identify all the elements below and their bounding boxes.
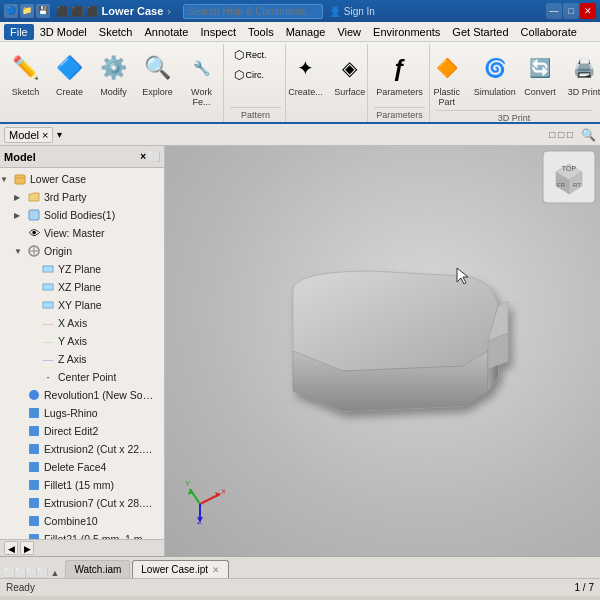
tree-item-x-axis[interactable]: —X Axis [0,314,164,332]
tree-arrow-lower-case[interactable]: ▼ [0,175,12,184]
ribbon-create-feature-btn[interactable]: ✦ Create... [284,48,327,100]
toolbar-dropdown-arrow[interactable]: ▾ [57,129,62,140]
tree-item-fillet21[interactable]: Fillet21 (0.5 mm, 1 mm) [0,530,164,539]
tree-item-lower-case[interactable]: ▼Lower Case [0,170,164,188]
left-panel: Model × ⬜ ▼Lower Case▶3rd Party▶Solid Bo… [0,146,165,556]
quick-access-open[interactable]: 📁 [20,4,34,18]
tree-item-y-axis[interactable]: —Y Axis [0,332,164,350]
modify-label: Modify [100,87,127,97]
menu-manage[interactable]: Manage [280,24,332,40]
tree-close-btn[interactable]: × [140,151,146,162]
window-controls: — □ ✕ [546,3,596,19]
tree-item-3rd-party[interactable]: ▶3rd Party [0,188,164,206]
tree-item-revolution1[interactable]: Revolution1 (New Solid x 90 deg) [0,386,164,404]
title-bar: 🔵 📁 💾 ⬛ ⬛ ⬛ Lower Case › 👤 Sign In — □ ✕ [0,0,600,22]
tree-item-direct-edit2[interactable]: Direct Edit2 [0,422,164,440]
ribbon-tools-buttons: 🔶 Plastic Part 🌀 Simulation 🔄 Convert 🖨️… [423,44,600,110]
tree-item-z-axis[interactable]: —Z Axis [0,350,164,368]
ribbon-convert-btn[interactable]: 🔄 Convert [519,48,561,100]
scroll-left-btn[interactable]: ◀ [4,541,18,555]
svg-text:Y: Y [185,479,191,488]
menu-file[interactable]: File [4,24,34,40]
menu-view[interactable]: View [331,24,367,40]
create-icon: 🔷 [53,51,87,85]
ribbon-simulation-btn[interactable]: 🌀 Simulation [473,48,518,100]
tree-search-btn[interactable]: 🔍 [581,128,596,142]
tree-item-solid-bodies[interactable]: ▶Solid Bodies(1) [0,206,164,224]
tab-watch-iam[interactable]: Watch.iam [65,560,130,578]
tree-label-revolution1: Revolution1 (New Solid x 90 deg) [44,389,154,401]
tree-item-yz-plane[interactable]: YZ Plane [0,260,164,278]
tree-icon-xz-plane [40,279,56,295]
plastic-icon: 🔶 [430,51,464,85]
tree-item-extrusion7[interactable]: Extrusion7 (Cut x 28.50000000 mm) [0,494,164,512]
quick-access-save[interactable]: 💾 [36,4,50,18]
tree-item-view-master[interactable]: 👁View: Master [0,224,164,242]
tree-item-combine10[interactable]: Combine10 [0,512,164,530]
ribbon-create-btn[interactable]: 🔷 Create [49,48,91,100]
ribbon-params-buttons: ƒ Parameters [372,44,427,107]
ribbon-sketch-btn[interactable]: ✏️ Sketch [5,48,47,100]
scroll-right-btn[interactable]: ▶ [20,541,34,555]
sign-in-button[interactable]: 👤 Sign In [329,6,375,17]
app-icon-1: 🔵 [4,4,18,18]
maximize-button[interactable]: □ [563,3,579,19]
menu-get-started[interactable]: Get Started [446,24,514,40]
tree-item-xz-plane[interactable]: XZ Plane [0,278,164,296]
ribbon-surface-btn[interactable]: ◈ Surface [329,48,371,100]
tree-item-delete-face4[interactable]: Delete Face4 [0,458,164,476]
page-number: 1 / 7 [575,582,594,593]
ribbon-workfeatures-btn[interactable]: 🔧 Work Fe... [181,48,223,110]
view-cube[interactable]: TOP FR RT [542,150,596,204]
model-tab-label[interactable]: Model [4,151,136,163]
ribbon-parameters-btn[interactable]: ƒ Parameters [372,48,427,100]
menu-annotate[interactable]: Annotate [138,24,194,40]
tree-arrow-solid-bodies[interactable]: ▶ [14,211,26,220]
tree-arrow-origin[interactable]: ▼ [14,247,26,256]
ribbon-pattern-btn2[interactable]: ⬡ Circ. [231,66,281,84]
svg-rect-16 [29,516,39,526]
svg-text:TOP: TOP [562,165,577,172]
menu-tools[interactable]: Tools [242,24,280,40]
tree-arrow-3rd-party[interactable]: ▶ [14,193,26,202]
tab-lower-case[interactable]: Lower Case.ipt ✕ [132,560,229,578]
tree-item-origin[interactable]: ▼Origin [0,242,164,260]
minimize-button[interactable]: — [546,3,562,19]
tree-item-center-point[interactable]: ·Center Point [0,368,164,386]
menu-3d-model[interactable]: 3D Model [34,24,93,40]
ribbon-explore-btn[interactable]: 🔍 Explore [137,48,179,100]
tree-item-extrusion2[interactable]: Extrusion2 (Cut x 22.00000000 mm) [0,440,164,458]
ribbon-group-parameters: ƒ Parameters Parameters [370,44,430,122]
panel-scroll: ◀ ▶ [0,539,164,556]
ribbon-group-tools: 🔶 Plastic Part 🌀 Simulation 🔄 Convert 🖨️… [432,44,596,122]
create-label: Create [56,87,83,97]
ribbon-pattern-label: Pattern [230,107,281,122]
tree-expand-btn[interactable]: ⬜ [148,151,160,162]
search-input[interactable] [183,4,323,19]
explore-label: Explore [142,87,173,97]
tree-item-lugs-rhino[interactable]: Lugs-Rhino [0,404,164,422]
tree-item-xy-plane[interactable]: XY Plane [0,296,164,314]
menu-collaborate[interactable]: Collaborate [515,24,583,40]
ribbon-pattern-btn1[interactable]: ⬡ Rect. [231,46,281,64]
viewport[interactable]: TOP FR RT X Y Z [165,146,600,556]
close-button[interactable]: ✕ [580,3,596,19]
ribbon-plastic-btn[interactable]: 🔶 Plastic Part [423,48,471,110]
tree-item-fillet1[interactable]: Fillet1 (15 mm) [0,476,164,494]
tree-icon-3rd-party [26,189,42,205]
model-tab[interactable]: Model × [4,127,53,143]
menu-environments[interactable]: Environments [367,24,446,40]
ribbon-3dprint-btn[interactable]: 🖨️ 3D Print [563,48,600,100]
tab-close-icon[interactable]: ✕ [212,565,220,575]
menu-sketch[interactable]: Sketch [93,24,139,40]
tree-icon-origin [26,243,42,259]
svg-rect-0 [15,175,25,184]
axes-indicator: X Y Z [175,474,225,526]
file-title: Lower Case [102,5,164,17]
ribbon-modify-btn[interactable]: ⚙️ Modify [93,48,135,100]
menu-inspect[interactable]: Inspect [195,24,242,40]
viewport-controls: □ □ □ [549,129,573,140]
tree-icon-direct-edit2 [26,423,42,439]
tree-icon-extrusion2 [26,441,42,457]
modify-icon: ⚙️ [97,51,131,85]
